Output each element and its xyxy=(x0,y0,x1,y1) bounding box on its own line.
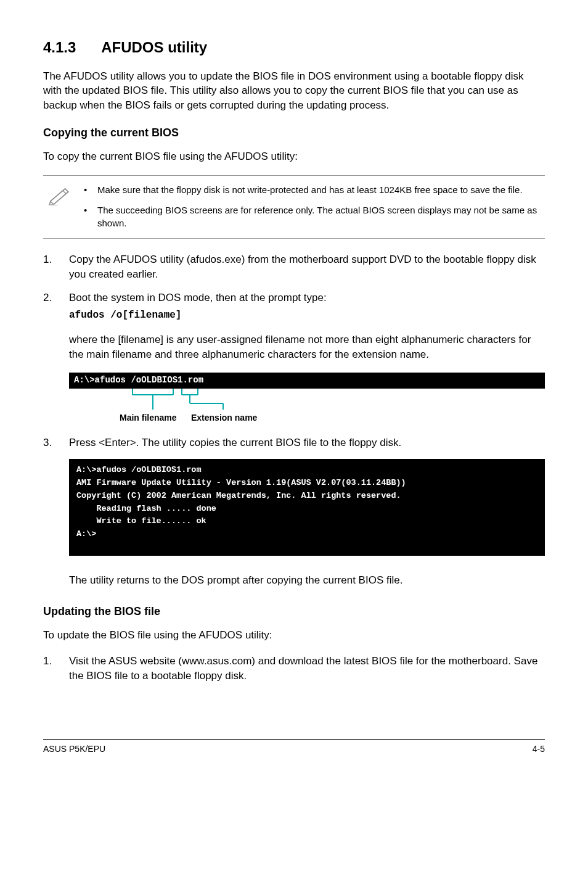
note-block: • Make sure that the floppy disk is not … xyxy=(43,175,545,239)
note-items: • Make sure that the floppy disk is not … xyxy=(80,183,545,229)
updating-heading: Updating the BIOS file xyxy=(43,604,545,619)
section-title: AFUDOS utility xyxy=(101,39,207,56)
bullet-icon: • xyxy=(80,183,97,196)
list-item: 3. Press <Enter>. The utility copies the… xyxy=(43,435,545,450)
section-number: 4.1.3 xyxy=(43,37,76,58)
note-item: • The succeeding BIOS screens are for re… xyxy=(80,204,545,229)
intro-paragraph: The AFUDOS utility allows you to update … xyxy=(43,69,545,113)
copying-heading: Copying the current BIOS xyxy=(43,125,545,141)
updating-lead: To update the BIOS file using the AFUDOS… xyxy=(43,628,545,643)
note-item: • Make sure that the floppy disk is not … xyxy=(80,183,545,196)
list-item: 1. Visit the ASUS website (www.asus.com)… xyxy=(43,654,545,683)
step-text: Boot the system in DOS mode, then at the… xyxy=(69,292,327,303)
note-text: Make sure that the floppy disk is not wr… xyxy=(97,183,545,196)
bullet-icon: • xyxy=(80,204,97,229)
pencil-note-icon xyxy=(43,183,80,208)
step-number: 1. xyxy=(43,252,69,282)
copying-steps: 1. Copy the AFUDOS utility (afudos.exe) … xyxy=(43,252,545,361)
step-text: Press <Enter>. The utility copies the cu… xyxy=(69,437,401,448)
diagram-label-main: Main filename xyxy=(120,412,177,424)
step-number: 2. xyxy=(43,291,69,362)
terminal-output: A:\>afudos /oOLDBIOS1.rom AMI Firmware U… xyxy=(69,459,545,556)
updating-steps: 1. Visit the ASUS website (www.asus.com)… xyxy=(43,654,545,683)
step-subtext: where the [filename] is any user-assigne… xyxy=(69,332,545,362)
page-footer: ASUS P5K/EPU 4-5 xyxy=(43,739,545,756)
command-bar: A:\>afudos /oOLDBIOS1.rom xyxy=(69,373,545,389)
step-number: 1. xyxy=(43,654,69,683)
note-text: The succeeding BIOS screens are for refe… xyxy=(97,204,545,229)
section-heading: 4.1.3 AFUDOS utility xyxy=(43,37,545,58)
step-number: 3. xyxy=(43,435,69,450)
list-item: 2. Boot the system in DOS mode, then at … xyxy=(43,291,545,362)
diagram-label-extension: Extension name xyxy=(191,412,257,424)
filename-diagram: A:\>afudos /oOLDBIOS1.rom Main filename … xyxy=(69,373,545,424)
footer-right: 4-5 xyxy=(533,743,545,756)
copying-outro: The utility returns to the DOS prompt af… xyxy=(69,573,545,588)
copying-steps-continued: 3. Press <Enter>. The utility copies the… xyxy=(43,435,545,450)
footer-left: ASUS P5K/EPU xyxy=(43,743,105,756)
step-text: Copy the AFUDOS utility (afudos.exe) fro… xyxy=(69,254,536,280)
copying-lead: To copy the current BIOS file using the … xyxy=(43,149,545,164)
list-item: 1. Copy the AFUDOS utility (afudos.exe) … xyxy=(43,252,545,282)
step-text: Visit the ASUS website (www.asus.com) an… xyxy=(69,655,537,682)
code-command: afudos /o[filename] xyxy=(69,308,545,322)
